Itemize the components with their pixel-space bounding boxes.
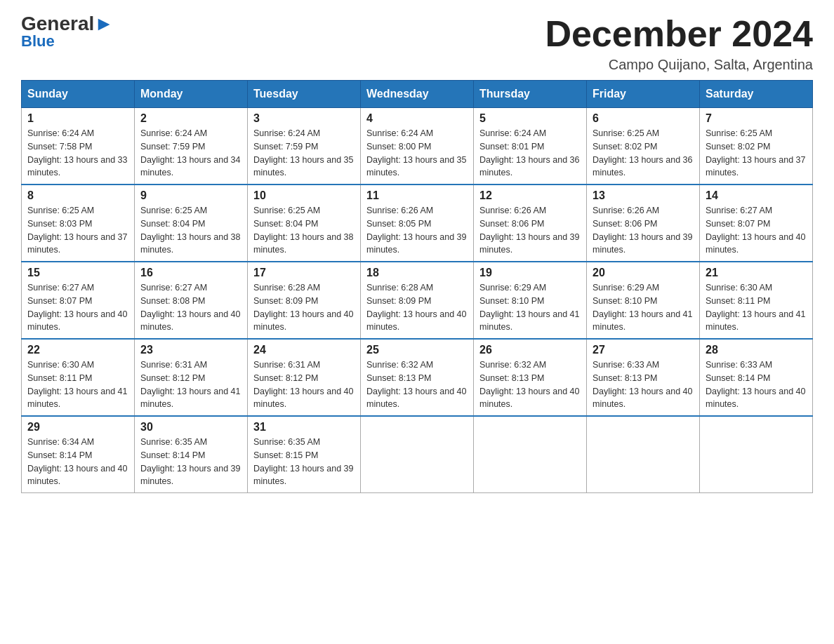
day-info: Sunrise: 6:27 AMSunset: 8:08 PMDaylight:… — [140, 281, 241, 334]
calendar-cell: 31Sunrise: 6:35 AMSunset: 8:15 PMDayligh… — [248, 416, 361, 493]
calendar-cell: 12Sunrise: 6:26 AMSunset: 8:06 PMDayligh… — [474, 185, 587, 262]
day-info: Sunrise: 6:26 AMSunset: 8:06 PMDaylight:… — [479, 204, 581, 257]
day-number: 4 — [366, 112, 468, 125]
calendar-cell: 17Sunrise: 6:28 AMSunset: 8:09 PMDayligh… — [248, 262, 361, 339]
day-info: Sunrise: 6:24 AMSunset: 7:59 PMDaylight:… — [253, 127, 355, 180]
page-header: General► Blue December 2024 Campo Quijan… — [21, 14, 813, 73]
day-info: Sunrise: 6:33 AMSunset: 8:13 PMDaylight:… — [593, 358, 694, 411]
day-info: Sunrise: 6:28 AMSunset: 8:09 PMDaylight:… — [366, 281, 468, 334]
calendar-table: SundayMondayTuesdayWednesdayThursdayFrid… — [21, 80, 813, 493]
header-tuesday: Tuesday — [248, 81, 361, 108]
calendar-cell: 8Sunrise: 6:25 AMSunset: 8:03 PMDaylight… — [22, 185, 135, 262]
day-info: Sunrise: 6:24 AMSunset: 8:01 PMDaylight:… — [479, 127, 581, 180]
calendar-cell — [587, 416, 700, 493]
day-info: Sunrise: 6:30 AMSunset: 8:11 PMDaylight:… — [27, 358, 128, 411]
calendar-cell — [474, 416, 587, 493]
day-info: Sunrise: 6:35 AMSunset: 8:14 PMDaylight:… — [140, 436, 241, 488]
day-info: Sunrise: 6:33 AMSunset: 8:14 PMDaylight:… — [706, 358, 807, 411]
calendar-week-4: 22Sunrise: 6:30 AMSunset: 8:11 PMDayligh… — [22, 339, 813, 416]
day-info: Sunrise: 6:29 AMSunset: 8:10 PMDaylight:… — [593, 281, 694, 334]
calendar-cell: 30Sunrise: 6:35 AMSunset: 8:14 PMDayligh… — [135, 416, 248, 493]
day-number: 14 — [706, 189, 807, 202]
day-number: 22 — [27, 344, 128, 356]
day-number: 21 — [706, 267, 807, 279]
location: Campo Quijano, Salta, Argentina — [545, 57, 813, 73]
day-number: 31 — [253, 421, 355, 434]
day-number: 12 — [479, 189, 581, 202]
day-info: Sunrise: 6:32 AMSunset: 8:13 PMDaylight:… — [479, 358, 581, 411]
calendar-week-3: 15Sunrise: 6:27 AMSunset: 8:07 PMDayligh… — [22, 262, 813, 339]
day-number: 20 — [593, 267, 694, 279]
header-sunday: Sunday — [22, 81, 135, 108]
day-number: 27 — [593, 344, 694, 356]
day-info: Sunrise: 6:25 AMSunset: 8:04 PMDaylight:… — [140, 204, 241, 257]
calendar-cell: 25Sunrise: 6:32 AMSunset: 8:13 PMDayligh… — [361, 339, 474, 416]
day-number: 28 — [706, 344, 807, 356]
calendar-cell: 5Sunrise: 6:24 AMSunset: 8:01 PMDaylight… — [474, 108, 587, 185]
day-number: 23 — [140, 344, 241, 356]
day-number: 25 — [366, 344, 468, 356]
day-number: 24 — [253, 344, 355, 356]
day-info: Sunrise: 6:35 AMSunset: 8:15 PMDaylight:… — [253, 436, 355, 488]
day-number: 9 — [140, 189, 241, 202]
day-info: Sunrise: 6:29 AMSunset: 8:10 PMDaylight:… — [479, 281, 581, 334]
calendar-cell: 4Sunrise: 6:24 AMSunset: 8:00 PMDaylight… — [361, 108, 474, 185]
day-number: 18 — [366, 267, 468, 279]
calendar-cell: 18Sunrise: 6:28 AMSunset: 8:09 PMDayligh… — [361, 262, 474, 339]
day-info: Sunrise: 6:26 AMSunset: 8:05 PMDaylight:… — [366, 204, 468, 257]
day-info: Sunrise: 6:31 AMSunset: 8:12 PMDaylight:… — [140, 358, 241, 411]
header-thursday: Thursday — [474, 81, 587, 108]
header-saturday: Saturday — [700, 81, 813, 108]
day-info: Sunrise: 6:32 AMSunset: 8:13 PMDaylight:… — [366, 358, 468, 411]
day-info: Sunrise: 6:25 AMSunset: 8:02 PMDaylight:… — [706, 127, 807, 180]
day-info: Sunrise: 6:26 AMSunset: 8:06 PMDaylight:… — [593, 204, 694, 257]
day-number: 16 — [140, 267, 241, 279]
calendar-cell: 29Sunrise: 6:34 AMSunset: 8:14 PMDayligh… — [22, 416, 135, 493]
day-info: Sunrise: 6:25 AMSunset: 8:02 PMDaylight:… — [593, 127, 694, 180]
day-number: 6 — [593, 112, 694, 125]
logo-blue-text: Blue — [21, 32, 55, 51]
day-info: Sunrise: 6:24 AMSunset: 8:00 PMDaylight:… — [366, 127, 468, 180]
header-monday: Monday — [135, 81, 248, 108]
calendar-cell: 22Sunrise: 6:30 AMSunset: 8:11 PMDayligh… — [22, 339, 135, 416]
title-block: December 2024 Campo Quijano, Salta, Arge… — [545, 14, 813, 73]
day-number: 17 — [253, 267, 355, 279]
header-wednesday: Wednesday — [361, 81, 474, 108]
day-number: 8 — [27, 189, 128, 202]
calendar-cell: 1Sunrise: 6:24 AMSunset: 7:58 PMDaylight… — [22, 108, 135, 185]
calendar-week-1: 1Sunrise: 6:24 AMSunset: 7:58 PMDaylight… — [22, 108, 813, 185]
day-info: Sunrise: 6:27 AMSunset: 8:07 PMDaylight:… — [706, 204, 807, 257]
calendar-cell: 26Sunrise: 6:32 AMSunset: 8:13 PMDayligh… — [474, 339, 587, 416]
day-info: Sunrise: 6:34 AMSunset: 8:14 PMDaylight:… — [27, 436, 128, 488]
day-number: 2 — [140, 112, 241, 125]
calendar-cell: 7Sunrise: 6:25 AMSunset: 8:02 PMDaylight… — [700, 108, 813, 185]
day-info: Sunrise: 6:24 AMSunset: 7:58 PMDaylight:… — [27, 127, 128, 180]
day-info: Sunrise: 6:25 AMSunset: 8:03 PMDaylight:… — [27, 204, 128, 257]
calendar-cell: 21Sunrise: 6:30 AMSunset: 8:11 PMDayligh… — [700, 262, 813, 339]
calendar-cell: 20Sunrise: 6:29 AMSunset: 8:10 PMDayligh… — [587, 262, 700, 339]
day-number: 3 — [253, 112, 355, 125]
calendar-cell: 6Sunrise: 6:25 AMSunset: 8:02 PMDaylight… — [587, 108, 700, 185]
logo: General► Blue — [21, 14, 114, 51]
day-number: 26 — [479, 344, 581, 356]
day-info: Sunrise: 6:31 AMSunset: 8:12 PMDaylight:… — [253, 358, 355, 411]
calendar-cell: 15Sunrise: 6:27 AMSunset: 8:07 PMDayligh… — [22, 262, 135, 339]
day-info: Sunrise: 6:27 AMSunset: 8:07 PMDaylight:… — [27, 281, 128, 334]
day-number: 29 — [27, 421, 128, 434]
day-number: 19 — [479, 267, 581, 279]
calendar-cell: 10Sunrise: 6:25 AMSunset: 8:04 PMDayligh… — [248, 185, 361, 262]
calendar-cell: 24Sunrise: 6:31 AMSunset: 8:12 PMDayligh… — [248, 339, 361, 416]
calendar-cell: 11Sunrise: 6:26 AMSunset: 8:05 PMDayligh… — [361, 185, 474, 262]
calendar-cell: 27Sunrise: 6:33 AMSunset: 8:13 PMDayligh… — [587, 339, 700, 416]
month-title: December 2024 — [545, 14, 813, 54]
day-info: Sunrise: 6:30 AMSunset: 8:11 PMDaylight:… — [706, 281, 807, 334]
day-number: 15 — [27, 267, 128, 279]
day-number: 7 — [706, 112, 807, 125]
logo-general: General► — [21, 14, 114, 34]
calendar-cell: 19Sunrise: 6:29 AMSunset: 8:10 PMDayligh… — [474, 262, 587, 339]
calendar-cell: 28Sunrise: 6:33 AMSunset: 8:14 PMDayligh… — [700, 339, 813, 416]
calendar-cell: 14Sunrise: 6:27 AMSunset: 8:07 PMDayligh… — [700, 185, 813, 262]
day-number: 5 — [479, 112, 581, 125]
calendar-cell: 13Sunrise: 6:26 AMSunset: 8:06 PMDayligh… — [587, 185, 700, 262]
calendar-cell — [700, 416, 813, 493]
